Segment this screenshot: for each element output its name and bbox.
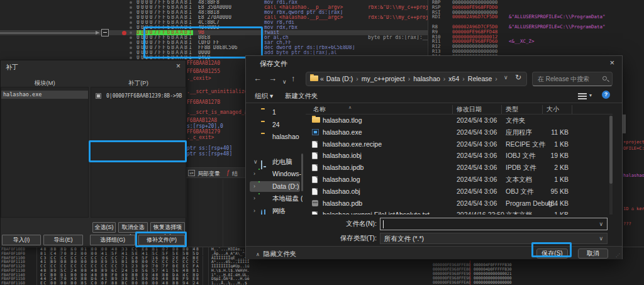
column-header-date[interactable]: 修改日期	[457, 105, 482, 114]
chevron-icon[interactable]: ∨	[253, 156, 258, 169]
select-group-button[interactable]: 选择组(G)	[90, 235, 135, 245]
tree-item[interactable]: 24	[248, 119, 303, 131]
breakpoint-dot-icon[interactable]	[130, 16, 132, 19]
search-icon[interactable]	[602, 76, 607, 81]
breakpoint-dot-icon[interactable]	[130, 52, 132, 54]
restore-selection-button[interactable]: 恢复选择项(R)	[150, 222, 185, 233]
file-row[interactable]: halashao.vcxproj.FileListAbsolute.txt 20…	[306, 209, 613, 215]
cancel-button[interactable]: 取消	[578, 249, 608, 259]
import-button[interactable]: 导入(I)	[2, 235, 41, 245]
tab-struct[interactable]: 结	[232, 170, 238, 178]
filename-dropdown-icon[interactable]: ∨	[599, 221, 603, 227]
stack-row[interactable]: 000000FE968FFE90 0000000000000021	[428, 271, 644, 276]
tree-item[interactable]: 1	[248, 106, 303, 119]
disasm-row[interactable]: 00007FF6BAAB1 08E8 or al,ch byte ptr ds:…	[0, 35, 428, 40]
up-icon[interactable]: ↑	[291, 73, 296, 84]
file-row[interactable]: halashao.pdb 2024/5/4 3:06 Program Debug…	[306, 198, 613, 210]
back-icon[interactable]: ←	[253, 73, 262, 84]
breakpoint-dot-icon[interactable]	[130, 1, 132, 4]
stack-row[interactable]: 000000FE968FFE88 000004D0FFFFFB30	[428, 267, 644, 271]
breakpoint-dot-icon[interactable]	[130, 26, 132, 29]
file-list-scrollbar[interactable]	[609, 116, 613, 215]
stack-row[interactable]: 000000FE968FFE80 000004F0FFFFFB30	[428, 262, 644, 267]
breakpoint-dot-icon[interactable]	[130, 6, 132, 9]
register-row[interactable]: RDI 000002A96D7CF5D0 &"ALLUSERSPROFILE=C…	[428, 14, 644, 20]
file-row[interactable]: halashao.log 2024/5/4 3:06 文本文档 1 KB	[306, 174, 613, 186]
tree-item[interactable]	[248, 143, 303, 156]
tree-item[interactable]: › Data (D:)	[248, 181, 303, 193]
scrollbar-thumb[interactable]	[623, 115, 626, 133]
tree-item[interactable]: halashao	[248, 131, 303, 143]
breakpoint-dot-icon[interactable]	[130, 47, 132, 49]
breakpoint-dot-icon[interactable]	[130, 31, 132, 34]
resize-grip-icon[interactable]: ⋰	[616, 253, 620, 258]
savetype-dropdown-icon[interactable]: ∨	[599, 235, 603, 242]
column-header-name[interactable]: 名称	[313, 105, 326, 114]
breadcrumb-segment[interactable]: Release›	[468, 75, 501, 82]
breadcrumb[interactable]: «Data (D:)›my_c++project›halashao›x64›Re…	[306, 72, 527, 86]
file-row[interactable]: halashao.iobj 2024/5/4 3:06 IOBJ 文件 19 K…	[306, 150, 613, 162]
tree-item[interactable]: › 网络	[248, 205, 303, 215]
breakpoint-red-dot-icon[interactable]	[122, 31, 126, 35]
file-row[interactable]: halashao.exe.recipe 2024/5/4 3:06 RECIPE…	[306, 138, 613, 150]
breakpoint-dot-icon[interactable]	[130, 21, 132, 24]
breadcrumb-segment[interactable]: halashao›	[413, 75, 448, 82]
module-item[interactable]: halashao.exe	[1, 91, 88, 99]
save-button[interactable]: 保存(S)	[536, 249, 568, 259]
file-row[interactable]: halashao.ipdb 2024/5/4 3:06 IPDB 文件 2 KB	[306, 162, 613, 174]
view-dropdown-icon[interactable]: ▾	[589, 92, 592, 98]
export-button[interactable]: 导出(E)	[43, 235, 83, 245]
chevron-icon[interactable]: ›	[253, 193, 255, 205]
tree-item[interactable]: › Windows-SSD	[248, 168, 303, 181]
file-row[interactable]: halashao.obj 2024/5/4 3:06 OBJ 文件 95 KB	[306, 186, 613, 198]
search-input[interactable]: 在 Release 中搜索	[532, 72, 613, 86]
disasm-row[interactable]: 00007FF6BAAB1 C0FD FF sar ch,FF	[0, 40, 428, 45]
stack-row[interactable]: 000000FE968FFEA0 0000000000000000	[428, 280, 644, 284]
breadcrumb-segment[interactable]: Data (D:)›	[326, 75, 362, 82]
hexdump-row[interactable]: FBAF0F1160 EC 00 00 00 85 C0 0F 88 BC 00…	[0, 281, 428, 285]
new-folder-button[interactable]: 新建文件夹	[285, 92, 318, 101]
breadcrumb-dropdown-icon[interactable]: ∨	[504, 74, 508, 81]
disasm-row[interactable]: 00007FF6BAAB1 FF8B D8E8C506 dec dword pt…	[0, 45, 428, 50]
breadcrumb-segment[interactable]: my_c++project›	[362, 75, 413, 82]
close-icon[interactable]: ×	[609, 58, 614, 67]
breakpoint-dot-icon[interactable]	[130, 11, 132, 14]
collapse-node-icon[interactable]	[101, 29, 109, 36]
file-row[interactable]: halashao.exe 2024/5/4 3:06 应用程序 11 KB	[306, 126, 613, 138]
breadcrumb-segment[interactable]: x64›	[448, 75, 467, 82]
disasm-row[interactable]: 00007FF6BAAB1 E8 350A0000 call <halashao…	[0, 5, 428, 10]
column-header-size[interactable]: 大小	[547, 105, 559, 114]
column-header-type[interactable]: 类型	[506, 105, 518, 114]
forward-icon[interactable]: →	[269, 73, 277, 84]
disasm-row[interactable]: 00007FF6BAAB1 48:8BD3 mov rdx,rbx	[0, 25, 428, 30]
breakpoint-dot-icon[interactable]	[130, 42, 132, 44]
view-mode-icon[interactable]	[578, 92, 587, 99]
select-all-button[interactable]: 全选(S)	[92, 222, 116, 233]
deselect-all-button[interactable]: 取消全选(D)	[118, 222, 148, 233]
chevron-icon[interactable]: ›	[253, 181, 255, 193]
disasm-row[interactable]: 00007FF6BAAB1 48:8BF8 mov rdi,rax	[0, 0, 428, 5]
recent-locations-icon[interactable]: ∨	[282, 76, 287, 87]
disasm-row[interactable]: 00007FF6BAAB1 E8 270A0000 call <halashao…	[0, 15, 428, 20]
help-icon[interactable]: ?	[602, 91, 610, 99]
disasm-row[interactable]: 00007FF6BAAB1 48:8B18 mov rbx,qword ptr …	[0, 10, 428, 15]
refresh-icon[interactable]: ↻	[515, 73, 521, 82]
chevron-icon[interactable]: ›	[253, 168, 255, 181]
chevron-icon[interactable]: ›	[253, 205, 255, 215]
breakpoint-dot-icon[interactable]	[130, 36, 132, 39]
tree-scrollbar[interactable]	[301, 154, 303, 191]
patch-file-button[interactable]: 修补文件(P)	[138, 235, 185, 245]
savetype-select[interactable]: 所有文件 (*.*) ∨	[380, 233, 608, 244]
close-icon[interactable]: ×	[176, 62, 180, 70]
breakpoint-dot-icon[interactable]	[130, 57, 132, 59]
tab-locals[interactable]: 局部变量	[197, 170, 220, 178]
breadcrumb-collapse[interactable]: «	[320, 75, 324, 82]
tree-item[interactable]: ∨ 此电脑	[248, 156, 303, 169]
patch-checkbox[interactable]	[96, 93, 101, 99]
hide-folders-button[interactable]: ∧隐藏文件夹	[256, 250, 296, 259]
filename-input[interactable]: ∨	[380, 218, 608, 230]
disasm-row[interactable]: 00007FF6BAAB1 4C:8BC7 mov r8,rdi	[0, 20, 428, 25]
organize-menu[interactable]: 组织 ▾	[255, 92, 273, 101]
tree-item[interactable]: › 本地磁盘 (E:)	[248, 193, 303, 205]
disasm-row[interactable]: 00007FF6BAAB1 0000 add byte ptr ds:[rax]…	[0, 50, 428, 55]
